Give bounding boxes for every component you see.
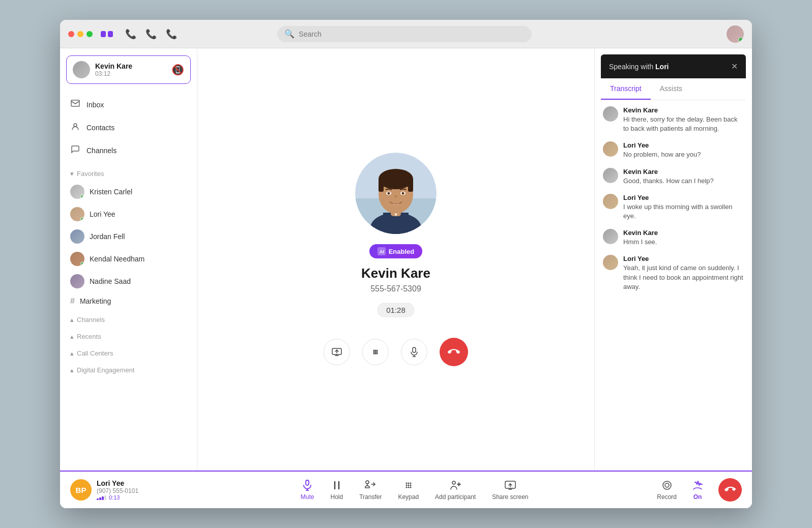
tab-assists[interactable]: Assists	[651, 78, 691, 100]
favorite-nadine[interactable]: Nadine Saad	[60, 270, 197, 292]
channels-label: Channels	[86, 146, 117, 155]
minimize-traffic-light[interactable]	[77, 31, 83, 37]
channel-marketing[interactable]: # Marketing	[60, 292, 197, 310]
svg-point-52	[452, 481, 455, 484]
digital-engagement-section-header[interactable]: ▴ Digital Engagement	[60, 360, 197, 377]
hold-button[interactable]: Hold	[330, 479, 343, 501]
inbox-label: Inbox	[86, 101, 104, 109]
share-screen-button[interactable]: Share screen	[492, 479, 528, 501]
kristen-name: Kristen Carlel	[90, 188, 132, 196]
enabled-badge[interactable]: AI Enabled	[369, 244, 423, 258]
svg-point-44	[408, 483, 409, 484]
caller-status: 0:13	[97, 494, 138, 501]
svg-point-24	[376, 350, 378, 351]
mute-ctrl-button[interactable]	[401, 339, 427, 365]
share-screen-icon	[504, 479, 516, 491]
message-item-1: Kevin Kare Hi there, sorry for the delay…	[603, 106, 744, 133]
keypad-button[interactable]: Keypad	[398, 479, 419, 501]
message-sender-3: Kevin Kare	[623, 168, 744, 175]
title-bar: 📞 📞 📞 🔍	[60, 20, 752, 48]
svg-rect-0	[101, 31, 106, 37]
share-screen-ctrl-button[interactable]	[324, 339, 350, 365]
add-participant-button[interactable]: Add participant	[435, 479, 476, 501]
svg-point-18	[402, 192, 404, 195]
message-content-4: Lori Yee I woke up this morning with a s…	[623, 194, 744, 221]
kendal-online-dot	[80, 262, 84, 266]
keypad-ctrl-button[interactable]	[362, 339, 389, 365]
active-call-hangup-icon[interactable]: 📵	[171, 64, 184, 76]
svg-point-51	[410, 487, 411, 488]
hangup-call-button[interactable]	[440, 338, 468, 366]
active-call-info: Kevin Kare 03:12	[95, 62, 166, 77]
favorites-section-header[interactable]: ▾ Favorites	[60, 164, 197, 181]
user-avatar[interactable]	[727, 25, 744, 43]
tab-transcript[interactable]: Transcript	[601, 78, 651, 100]
sidebar-item-contacts[interactable]: Contacts	[60, 116, 197, 139]
search-bar: 🔍	[277, 26, 532, 42]
sidebar-item-channels[interactable]: Channels	[60, 139, 197, 162]
record-button[interactable]: Record	[657, 479, 677, 501]
favorite-jordan[interactable]: Jordan Fell	[60, 225, 197, 248]
bottom-bar: BP Lori Yee (907) 555-0101 0:13	[60, 471, 752, 508]
svg-point-49	[405, 487, 407, 488]
svg-point-48	[410, 485, 411, 486]
recents-label: Recents	[77, 333, 101, 340]
message-text-3: Good, thanks. How can I help?	[623, 177, 744, 186]
mute-label: Mute	[301, 493, 314, 501]
recents-section-header[interactable]: ▴ Recents	[60, 327, 197, 343]
jordan-avatar	[70, 229, 84, 244]
contact-number: 555-567-5309	[370, 284, 421, 294]
channels-section-header[interactable]: ▴ Channels	[60, 310, 197, 327]
message-text-1: Hi there, sorry for the delay. Been back…	[623, 115, 744, 133]
message-item-6: Lori Yee Yeah, it just kind of came on s…	[603, 255, 744, 291]
speaking-header: Speaking with Lori ✕	[601, 54, 746, 78]
message-content-2: Lori Yee No problem, how are you?	[623, 141, 744, 159]
call-centers-section-header[interactable]: ▴ Call Centers	[60, 343, 197, 360]
bottom-hangup-icon	[724, 484, 736, 495]
ai-on-icon	[691, 479, 704, 492]
call-centers-chevron-icon: ▴	[70, 349, 74, 357]
svg-point-25	[373, 351, 375, 353]
svg-point-47	[408, 485, 409, 486]
favorite-kendal[interactable]: Kendal Needham	[60, 248, 197, 270]
svg-point-57	[665, 483, 669, 487]
svg-point-43	[405, 483, 407, 484]
svg-rect-1	[108, 31, 113, 37]
search-input[interactable]	[299, 30, 525, 38]
message-text-4: I woke up this morning with a swollen ey…	[623, 202, 744, 221]
ai-on-control[interactable]: On	[691, 479, 704, 501]
sidebar-item-inbox[interactable]: Inbox	[60, 93, 197, 116]
favorite-lori[interactable]: Lori Yee	[60, 203, 197, 225]
app-window: 📞 📞 📞 🔍 Kevin Kare 03:12	[60, 20, 752, 508]
svg-rect-35	[99, 497, 101, 500]
channels-chevron-icon: ▴	[70, 316, 74, 324]
share-screen-ctrl-icon	[331, 346, 342, 358]
message-content-6: Lori Yee Yeah, it just kind of came on s…	[623, 255, 744, 291]
hold-label: Hold	[330, 493, 343, 501]
message-sender-2: Lori Yee	[623, 141, 744, 149]
svg-point-22	[373, 350, 375, 351]
contacts-label: Contacts	[86, 124, 114, 132]
transcript-panel: Speaking with Lori ✕ Transcript Assists …	[594, 48, 752, 471]
favorite-kristen[interactable]: Kristen Carlel	[60, 181, 197, 203]
transcript-tabs: Transcript Assists	[601, 78, 746, 100]
active-call-card[interactable]: Kevin Kare 03:12 📵	[66, 55, 191, 84]
svg-point-23	[375, 350, 376, 351]
svg-point-26	[375, 351, 376, 353]
maximize-traffic-light[interactable]	[86, 31, 93, 37]
caller-timer: 0:13	[109, 494, 120, 501]
bottom-hangup-button[interactable]	[718, 478, 742, 502]
recents-chevron-icon: ▴	[70, 333, 74, 340]
contact-person-svg	[355, 153, 437, 234]
message-sender-6: Lori Yee	[623, 255, 744, 262]
phone-tab-2[interactable]: 📞	[146, 28, 157, 40]
transcript-messages: Kevin Kare Hi there, sorry for the delay…	[595, 100, 752, 471]
phone-tab-3[interactable]: 📞	[166, 28, 177, 40]
mute-button[interactable]: Mute	[301, 479, 314, 501]
caller-initials: BP	[76, 486, 86, 494]
lori-msg-avatar-1	[603, 141, 618, 157]
transcript-close-button[interactable]: ✕	[731, 62, 738, 71]
transfer-button[interactable]: Transfer	[359, 479, 382, 501]
phone-tab-1[interactable]: 📞	[125, 28, 136, 40]
close-traffic-light[interactable]	[68, 31, 74, 37]
